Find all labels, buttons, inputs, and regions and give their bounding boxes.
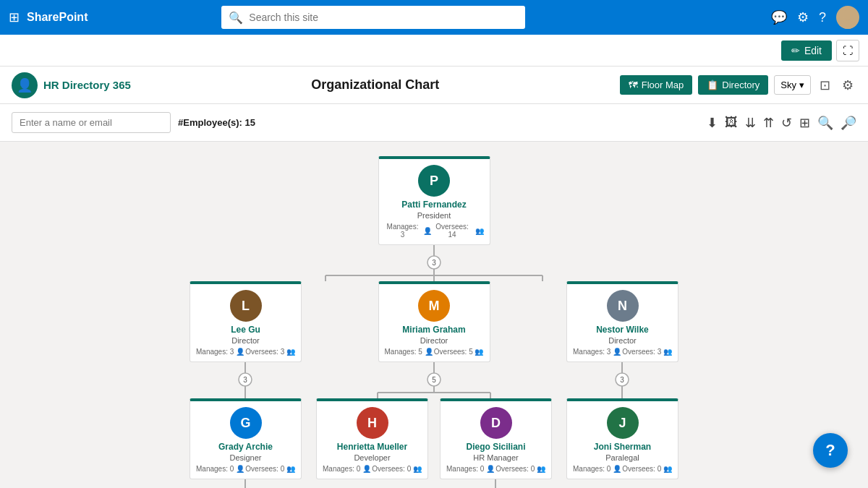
avatar-henrietta: H xyxy=(357,407,388,439)
manages-label: Manages: 3 xyxy=(385,223,421,239)
nav-icons: 💬 ⚙ ? xyxy=(771,6,859,29)
logo-icon: 👤 xyxy=(17,77,33,93)
config-icon[interactable]: ⚙ xyxy=(839,74,856,96)
node-stats-nestor: Manages: 3 👤 Oversees: 3 👥 xyxy=(573,348,672,356)
app-logo-text: HR Directory 365 xyxy=(43,79,131,91)
node-title-patti: President xyxy=(385,211,484,220)
connector-nestor-l2: 3 xyxy=(566,362,678,398)
app-logo[interactable]: 👤 HR Directory 365 xyxy=(12,72,131,98)
avatar-joni: J xyxy=(607,407,639,439)
connector-grady-lidia xyxy=(190,479,302,488)
node-stats-diego: Manages: 0 👤 Oversees: 0 👥 xyxy=(446,465,545,473)
avatar-leegu: L xyxy=(230,290,262,322)
hierarchy-icon[interactable]: ⊞ xyxy=(799,115,810,131)
org-node-miriamgraham[interactable]: M Miriam Graham Director Manages: 5 👤 Ov… xyxy=(378,281,490,362)
node-title-leegu: Director xyxy=(196,336,295,345)
image-icon[interactable]: 🖼 xyxy=(725,115,738,130)
node-stats-leegu: Manages: 3 👤 Oversees: 3 👥 xyxy=(196,348,295,356)
pencil-icon: ✏ xyxy=(791,45,800,56)
expand-all-icon[interactable]: ⇈ xyxy=(763,115,774,131)
node-title-grady: Designer xyxy=(196,453,295,462)
sharepoint-logo[interactable]: SharePoint xyxy=(27,11,88,24)
search-icon: 🔍 xyxy=(229,11,243,25)
svg-point-1 xyxy=(839,20,856,29)
node-title-miriam: Director xyxy=(385,336,484,345)
floor-map-button[interactable]: 🗺 Floor Map xyxy=(620,75,693,95)
zoom-in-icon[interactable]: 🔍 xyxy=(817,115,833,131)
svg-text:3: 3 xyxy=(432,259,436,267)
org-tree: P Patti Fernandez President Manages: 3 👤… xyxy=(190,156,678,488)
node-title-henrietta: Developer xyxy=(323,453,422,462)
help-icon[interactable]: ? xyxy=(819,10,826,25)
node-stats-henrietta: Manages: 0 👤 Oversees: 0 👥 xyxy=(323,465,422,473)
page-title: Organizational Chart xyxy=(131,77,620,93)
name-search-input[interactable] xyxy=(12,112,171,133)
rotate-icon[interactable]: ↺ xyxy=(781,115,792,131)
org-node-diegosiciliani[interactable]: D Diego Siciliani HR Manager Manages: 0 … xyxy=(440,398,552,479)
app-header: 👤 HR Directory 365 Organizational Chart … xyxy=(0,67,868,104)
settings-icon[interactable]: ⚙ xyxy=(797,9,809,25)
node-name-diego: Diego Siciliani xyxy=(446,442,545,452)
sky-option: Sky xyxy=(780,80,796,90)
share-icon[interactable]: ⊡ xyxy=(817,74,833,96)
node-name-grady: Grady Archie xyxy=(196,442,295,452)
node-stats-joni: Manages: 0 👤 Oversees: 0 👥 xyxy=(573,465,672,473)
node-name-patti: Patti Fernandez xyxy=(385,200,484,210)
node-title-nestor: Director xyxy=(573,336,672,345)
search-input[interactable] xyxy=(249,12,518,23)
search-box[interactable]: 🔍 xyxy=(221,6,525,29)
avatar-grady: G xyxy=(230,407,262,439)
top-navigation: ⊞ SharePoint 🔍 💬 ⚙ ? xyxy=(0,0,868,35)
floor-map-label: Floor Map xyxy=(642,80,684,90)
directory-button[interactable]: 📋 Directory xyxy=(698,75,768,95)
toolbar-actions: ⬇ 🖼 ⇊ ⇈ ↺ ⊞ 🔍 🔎 xyxy=(707,115,856,131)
collapse-all-icon[interactable]: ⇊ xyxy=(745,115,756,131)
node-stats-patti: Manages: 3 👤 Oversees: 14 👥 xyxy=(385,223,484,239)
user-avatar[interactable] xyxy=(836,6,859,29)
connector-root-l1: 3 xyxy=(253,245,615,281)
node-name-nestor: Nestor Wilke xyxy=(573,325,672,335)
expand-button[interactable]: ⛶ xyxy=(836,40,859,61)
node-stats-miriam: Manages: 5 👤 Oversees: 5 👥 xyxy=(385,348,484,356)
org-node-gradyarchie[interactable]: G Grady Archie Designer Manages: 0 👤 Ove… xyxy=(190,398,302,479)
svg-text:3: 3 xyxy=(620,376,624,384)
org-node-nestorwilke[interactable]: N Nestor Wilke Director Manages: 3 👤 Ove… xyxy=(566,281,678,362)
oversees-label: Oversees: 14 xyxy=(432,223,473,239)
connector-miriam-l2: 5 xyxy=(362,362,506,398)
app-actions: 🗺 Floor Map 📋 Directory Sky ▾ ⊡ ⚙ xyxy=(620,74,856,96)
edit-bar: ✏ Edit ⛶ xyxy=(0,35,868,67)
org-level-1: L Lee Gu Director Manages: 3 👤 Oversees:… xyxy=(190,281,678,488)
directory-icon: 📋 xyxy=(707,80,718,90)
toolbar: #Employee(s): 15 ⬇ 🖼 ⇊ ⇈ ↺ ⊞ 🔍 🔎 xyxy=(0,104,868,142)
node-name-henrietta: Henrietta Mueller xyxy=(323,442,422,452)
svg-point-0 xyxy=(843,9,853,20)
connector-leegu-l2: 3 xyxy=(190,362,302,398)
employee-count: #Employee(s): 15 xyxy=(178,117,255,128)
svg-text:3: 3 xyxy=(243,376,247,384)
org-node-leegu[interactable]: L Lee Gu Director Manages: 3 👤 Oversees:… xyxy=(190,281,302,362)
connector-diego-pradeep xyxy=(440,479,552,488)
avatar-nestor: N xyxy=(607,290,639,322)
avatar-diego: D xyxy=(480,407,512,439)
node-name-joni: Joni Sherman xyxy=(573,442,672,452)
directory-label: Directory xyxy=(722,80,760,90)
svg-text:5: 5 xyxy=(432,376,436,384)
download-icon[interactable]: ⬇ xyxy=(707,115,718,131)
zoom-out-icon[interactable]: 🔎 xyxy=(841,115,856,131)
map-icon: 🗺 xyxy=(629,80,638,90)
org-node-root[interactable]: P Patti Fernandez President Manages: 3 👤… xyxy=(378,156,490,245)
grid-icon[interactable]: ⊞ xyxy=(9,9,20,25)
node-name-leegu: Lee Gu xyxy=(196,325,295,335)
help-fab[interactable]: ? xyxy=(813,433,848,468)
avatar-patti: P xyxy=(418,165,450,197)
theme-dropdown[interactable]: Sky ▾ xyxy=(774,75,811,95)
node-title-diego: HR Manager xyxy=(446,453,545,462)
chevron-down-icon: ▾ xyxy=(799,80,804,90)
chat-icon[interactable]: 💬 xyxy=(771,9,787,25)
node-stats-grady: Manages: 0 👤 Oversees: 0 👥 xyxy=(196,465,295,473)
org-node-henriettamueller[interactable]: H Henrietta Mueller Developer Manages: 0… xyxy=(316,398,428,479)
edit-label: Edit xyxy=(804,45,822,56)
org-node-jonisherman[interactable]: J Joni Sherman Paralegal Manages: 0 👤 Ov… xyxy=(566,398,678,479)
avatar-miriam: M xyxy=(418,290,450,322)
edit-button[interactable]: ✏ Edit xyxy=(781,40,832,61)
